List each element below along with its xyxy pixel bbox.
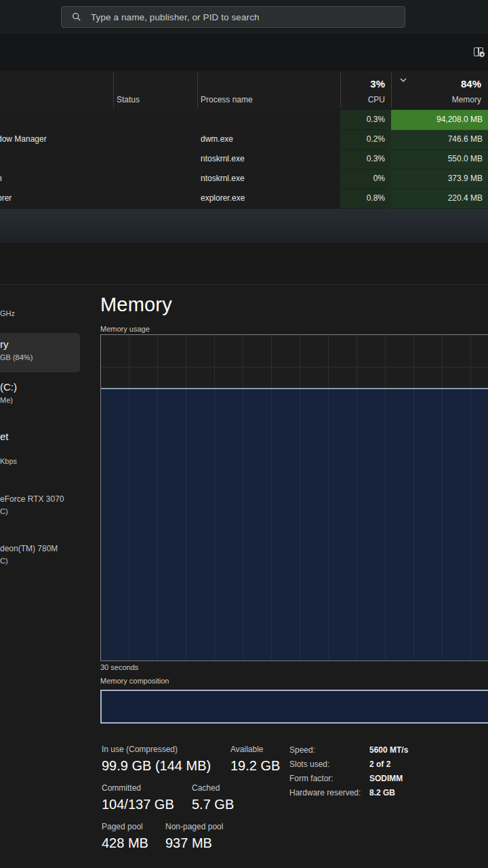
sidebar-item-ethernet-title[interactable]: et bbox=[0, 431, 9, 442]
form-factor-value: SODIMM bbox=[369, 774, 403, 783]
process-display-name bbox=[0, 149, 116, 169]
slots-used-value: 2 of 2 bbox=[369, 760, 390, 769]
process-row[interactable]: n ntoskrnl.exe 0% 373.9 MB bbox=[0, 169, 488, 189]
process-row[interactable]: orer explorer.exe 0.8% 220.4 MB bbox=[0, 189, 488, 208]
performance-pane: GHz ry GB (84%) (C:) Me) et Kbps eForce … bbox=[0, 285, 488, 868]
slots-used-label: Slots used: bbox=[289, 760, 329, 769]
cached-value: 5.7 GB bbox=[192, 797, 234, 812]
nonpaged-pool-label: Non-paged pool bbox=[165, 822, 223, 831]
time-axis-label: 30 seconds bbox=[100, 663, 138, 671]
in-use-label: In use (Compressed) bbox=[102, 745, 178, 754]
sidebar-item-disk-title[interactable]: (C:) bbox=[0, 381, 17, 393]
process-row[interactable]: ntoskrnl.exe 0.3% 550.0 MB bbox=[0, 149, 488, 169]
speed-label: Speed: bbox=[289, 745, 315, 755]
process-exe-name: explorer.exe bbox=[201, 189, 336, 208]
process-cpu-value: 0.3% bbox=[340, 110, 385, 130]
sidebar-item-gpu0-subtitle[interactable]: C) bbox=[0, 507, 8, 515]
column-divider bbox=[113, 73, 114, 108]
process-row[interactable]: dow Manager dwm.exe 0.2% 746.6 MB bbox=[0, 130, 488, 149]
memory-total-percent: 84% bbox=[394, 78, 481, 90]
search-icon bbox=[72, 12, 81, 22]
sidebar-item-gpu1-subtitle[interactable]: C) bbox=[0, 557, 8, 565]
nonpaged-pool-value: 937 MB bbox=[165, 835, 212, 851]
memory-composition-bar[interactable] bbox=[100, 690, 488, 724]
committed-value: 104/137 GB bbox=[102, 797, 174, 812]
cpu-total-percent: 3% bbox=[317, 78, 385, 90]
usage-fill-area bbox=[101, 389, 488, 660]
search-placeholder: Type a name, publisher, or PID to search bbox=[91, 12, 260, 22]
sidebar-item-cpu[interactable]: GHz bbox=[0, 309, 15, 317]
memory-composition-label: Memory composition bbox=[100, 677, 169, 685]
column-divider bbox=[197, 73, 198, 108]
gear-badge-icon bbox=[479, 51, 485, 58]
column-header-memory[interactable]: Memory bbox=[394, 95, 481, 104]
sidebar-item-gpu0-name[interactable]: eForce RTX 3070 bbox=[0, 494, 64, 504]
memory-usage-graph bbox=[100, 334, 488, 661]
sidebar-item-disk-subtitle[interactable]: Me) bbox=[0, 396, 13, 404]
process-memory-value: 550.0 MB bbox=[391, 149, 488, 170]
process-cpu-value: 0.8% bbox=[340, 189, 385, 209]
process-cpu-value: 0.2% bbox=[340, 130, 385, 150]
column-divider bbox=[391, 73, 392, 108]
search-bar-region: Type a name, publisher, or PID to search bbox=[0, 0, 488, 34]
sidebar-item-memory-selected[interactable] bbox=[0, 333, 80, 372]
committed-label: Committed bbox=[102, 783, 141, 793]
search-input[interactable]: Type a name, publisher, or PID to search bbox=[61, 6, 405, 28]
process-exe-name: ntoskrnl.exe bbox=[201, 149, 336, 169]
process-exe-name bbox=[201, 110, 336, 130]
process-table-header: Status Process name 3% CPU 84% Memory bbox=[0, 71, 488, 111]
process-exe-name: ntoskrnl.exe bbox=[201, 169, 336, 189]
hardware-reserved-value: 8.2 GB bbox=[369, 788, 395, 797]
memory-usage-label: Memory usage bbox=[100, 325, 150, 333]
sidebar-item-ethernet-subtitle[interactable]: Kbps bbox=[0, 457, 17, 465]
pane-divider-band bbox=[0, 209, 488, 243]
in-use-value: 99.9 GB (144 MB) bbox=[102, 758, 211, 774]
sidebar-item-memory-title[interactable]: ry bbox=[0, 338, 9, 350]
graph-gridlines bbox=[101, 335, 488, 388]
process-display-name bbox=[0, 110, 116, 130]
process-exe-name: dwm.exe bbox=[201, 130, 336, 149]
column-header-process-name[interactable]: Process name bbox=[201, 95, 253, 104]
hardware-reserved-label: Hardware reserved: bbox=[289, 788, 361, 797]
process-memory-value: 373.9 MB bbox=[391, 169, 488, 189]
process-display-name: orer bbox=[0, 189, 116, 208]
sidebar-item-memory-subtitle[interactable]: GB (84%) bbox=[0, 353, 33, 361]
available-value: 19.2 GB bbox=[230, 758, 280, 774]
cached-label: Cached bbox=[192, 783, 220, 793]
process-display-name: dow Manager bbox=[0, 130, 116, 149]
process-memory-value: 220.4 MB bbox=[391, 189, 488, 209]
process-row[interactable]: 0.3% 94,208.0 MB bbox=[0, 110, 488, 130]
toolbar-region bbox=[0, 34, 488, 71]
process-memory-value: 746.6 MB bbox=[391, 130, 488, 150]
process-list: 0.3% 94,208.0 MB dow Manager dwm.exe 0.2… bbox=[0, 110, 488, 209]
page-title: Memory bbox=[100, 294, 172, 316]
process-display-name: n bbox=[0, 169, 116, 189]
task-manager-window: Type a name, publisher, or PID to search… bbox=[0, 0, 488, 868]
form-factor-label: Form factor: bbox=[289, 774, 333, 783]
paged-pool-value: 428 MB bbox=[102, 835, 148, 851]
process-memory-value: 94,208.0 MB bbox=[391, 110, 488, 130]
pane-gap bbox=[0, 243, 488, 285]
view-options-icon[interactable] bbox=[473, 47, 485, 58]
paged-pool-label: Paged pool bbox=[102, 822, 143, 831]
column-header-status[interactable]: Status bbox=[117, 95, 140, 104]
process-cpu-value: 0.3% bbox=[340, 149, 385, 170]
process-cpu-value: 0% bbox=[340, 169, 385, 189]
sidebar-item-gpu1-name[interactable]: deon(TM) 780M bbox=[0, 544, 58, 553]
column-header-cpu[interactable]: CPU bbox=[317, 95, 385, 104]
available-label: Available bbox=[230, 745, 263, 754]
speed-value: 5600 MT/s bbox=[369, 745, 408, 755]
